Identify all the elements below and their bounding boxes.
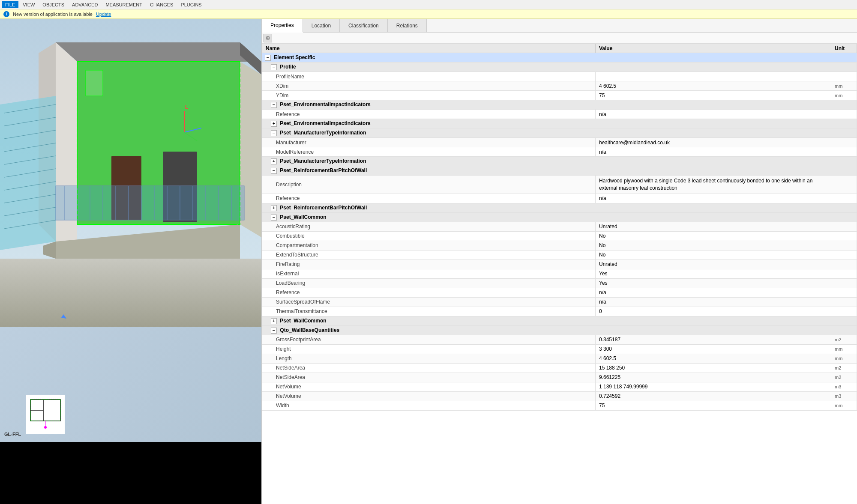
prop-name: ProfileName: [262, 72, 596, 81]
menu-view[interactable]: VIEW: [19, 1, 38, 8]
menu-advanced[interactable]: ADVANCED: [69, 1, 101, 8]
table-row[interactable]: + Pset_ManufacturerTypeInformation: [262, 157, 857, 166]
update-link[interactable]: Update: [96, 12, 111, 17]
table-row[interactable]: ModelReferencen/a: [262, 147, 857, 157]
properties-table[interactable]: Name Value Unit − Element Specific − Pro…: [262, 44, 857, 504]
table-row[interactable]: − Profile: [262, 63, 857, 72]
table-row[interactable]: IsExternalYes: [262, 269, 857, 278]
table-row[interactable]: GrossFootprintArea0.345187m2: [262, 335, 857, 344]
table-row[interactable]: ProfileName: [262, 72, 857, 81]
table-row[interactable]: ExtendToStructureNo: [262, 250, 857, 259]
tab-properties[interactable]: Properties: [262, 19, 303, 33]
menu-file[interactable]: FILE: [2, 1, 18, 8]
table-row[interactable]: Width75mm: [262, 401, 857, 410]
table-row[interactable]: ThermalTransmittance0: [262, 307, 857, 316]
prop-value: 75: [596, 91, 831, 100]
prop-unit: m2: [831, 373, 857, 382]
svg-text:L: L: [185, 104, 188, 110]
tab-relations[interactable]: Relations: [388, 19, 427, 32]
prop-unit: [831, 194, 857, 203]
table-row[interactable]: Manufacturerhealthcare@midlandlead.co.uk: [262, 138, 857, 147]
expand-btn[interactable]: +: [271, 318, 277, 324]
prop-value: n/a: [596, 297, 831, 307]
prop-name: Manufacturer: [262, 138, 596, 147]
table-row[interactable]: − Element Specific: [262, 53, 857, 63]
collapse-btn[interactable]: −: [271, 168, 277, 174]
bottom-black-bar: [0, 442, 261, 504]
prop-value: 4 602.5: [596, 354, 831, 363]
prop-name: Reference: [262, 194, 596, 203]
table-row[interactable]: FireRatingUnrated: [262, 259, 857, 269]
prop-unit: m2: [831, 335, 857, 344]
table-row[interactable]: − Pset_EnvironmentalImpactIndicators: [262, 100, 857, 110]
table-row[interactable]: + Pset_EnvironmentalImpactIndicators: [262, 119, 857, 128]
prop-name: IsExternal: [262, 269, 596, 278]
collapse-btn[interactable]: −: [265, 55, 271, 61]
tab-classification[interactable]: Classification: [340, 19, 388, 32]
prop-name: Reference: [262, 288, 596, 297]
menu-measurement[interactable]: MEASUREMENT: [102, 1, 146, 8]
viewport-3d[interactable]: L: [0, 19, 261, 442]
expand-btn[interactable]: +: [271, 121, 277, 127]
properties-data-table: Name Value Unit − Element Specific − Pro…: [262, 44, 857, 411]
menu-plugins[interactable]: PLUGINS: [177, 1, 205, 8]
svg-rect-24: [56, 186, 244, 220]
col-header-name: Name: [262, 44, 596, 53]
prop-unit: mm: [831, 81, 857, 91]
tab-bar: Properties Location Classification Relat…: [262, 19, 857, 33]
collapse-btn[interactable]: −: [271, 328, 277, 334]
prop-unit: [831, 297, 857, 307]
prop-unit: [831, 278, 857, 288]
prop-value: 75: [596, 401, 831, 410]
prop-value: 9.661225: [596, 373, 831, 382]
table-row[interactable]: Referencen/a: [262, 110, 857, 119]
prop-unit: [831, 110, 857, 119]
prop-unit: mm: [831, 344, 857, 354]
menu-objects[interactable]: OBJECTS: [39, 1, 68, 8]
collapse-btn[interactable]: −: [271, 215, 277, 221]
prop-unit: [831, 138, 857, 147]
table-row[interactable]: − Qto_WallBaseQuantities: [262, 325, 857, 335]
section-header-collapsed-label: + Pset_ReinforcementBarPitchOfWall: [262, 203, 857, 212]
collapse-btn[interactable]: −: [271, 64, 277, 70]
table-row[interactable]: Referencen/a: [262, 288, 857, 297]
prop-value: Unrated: [596, 222, 831, 231]
table-row[interactable]: Referencen/a: [262, 194, 857, 203]
prop-unit: [831, 176, 857, 194]
prop-value: Yes: [596, 278, 831, 288]
table-row[interactable]: XDim4 602.5mm: [262, 81, 857, 91]
table-row[interactable]: YDim75mm: [262, 91, 857, 100]
table-row[interactable]: − Pset_ReinforcementBarPitchOfWall: [262, 166, 857, 176]
prop-value: No: [596, 231, 831, 241]
props-toolbar: ⊞: [262, 33, 857, 44]
prop-name: Combustible: [262, 231, 596, 241]
table-row[interactable]: NetSideArea15 188 250m2: [262, 363, 857, 373]
tab-location[interactable]: Location: [303, 19, 340, 32]
section-header-label: − Pset_ManufacturerTypeInformation: [262, 128, 857, 138]
info-icon: i: [3, 11, 9, 17]
expand-all-button[interactable]: ⊞: [264, 34, 272, 42]
table-row[interactable]: Length4 602.5mm: [262, 354, 857, 363]
menu-changes[interactable]: CHANGES: [147, 1, 177, 8]
prop-name: GrossFootprintArea: [262, 335, 596, 344]
table-row[interactable]: SurfaceSpreadOfFlamen/a: [262, 297, 857, 307]
collapse-btn[interactable]: −: [271, 102, 277, 108]
table-row[interactable]: DescriptionHardwood plywood with a singl…: [262, 176, 857, 194]
table-row[interactable]: LoadBearingYes: [262, 278, 857, 288]
expand-btn[interactable]: +: [271, 205, 277, 211]
table-row[interactable]: AcousticRatingUnrated: [262, 222, 857, 231]
table-row[interactable]: + Pset_ReinforcementBarPitchOfWall: [262, 203, 857, 212]
table-row[interactable]: − Pset_WallCommon: [262, 212, 857, 222]
table-row[interactable]: + Pset_WallCommon: [262, 316, 857, 325]
table-row[interactable]: NetSideArea9.661225m2: [262, 373, 857, 382]
viewport-panel: L: [0, 19, 261, 504]
table-row[interactable]: Height3 300mm: [262, 344, 857, 354]
table-row[interactable]: − Pset_ManufacturerTypeInformation: [262, 128, 857, 138]
collapse-btn[interactable]: −: [271, 130, 277, 136]
section-header-label: − Pset_ReinforcementBarPitchOfWall: [262, 166, 857, 176]
table-row[interactable]: CombustibleNo: [262, 231, 857, 241]
table-row[interactable]: NetVolume0.724592m3: [262, 391, 857, 401]
expand-btn[interactable]: +: [271, 158, 277, 164]
table-row[interactable]: CompartmentationNo: [262, 241, 857, 250]
table-row[interactable]: NetVolume1 139 118 749.99999m3: [262, 382, 857, 391]
